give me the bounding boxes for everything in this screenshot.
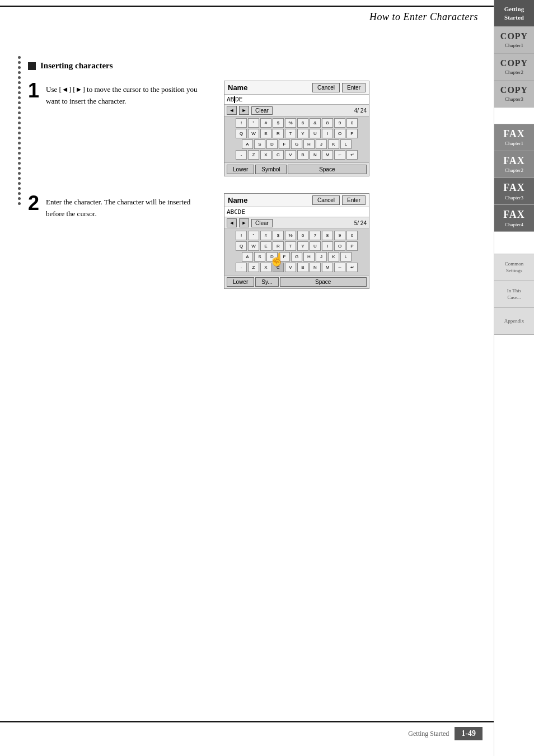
kb1-key-K[interactable]: K [328, 139, 339, 149]
kb2-key-A[interactable]: A [242, 252, 253, 262]
kb1-key-quote[interactable]: " [248, 118, 259, 128]
kb1-key-M[interactable]: M [322, 150, 333, 160]
kb1-key-6[interactable]: 6 [297, 118, 308, 128]
kb2-key-8[interactable]: 8 [322, 231, 333, 240]
kb1-key-![interactable]: ! [236, 118, 247, 128]
kb2-key-W[interactable]: W [248, 241, 259, 251]
kb1-key-W[interactable]: W [248, 129, 259, 138]
kb2-key-quote[interactable]: " [248, 231, 259, 240]
kb2-key-7[interactable]: 7 [310, 231, 321, 240]
sidebar-item-fax-ch3[interactable]: FAX Chapter3 [494, 178, 534, 205]
kb2-key-Q[interactable]: Q [236, 241, 247, 251]
kb1-key-amp[interactable]: & [310, 118, 321, 128]
kb2-key-Y[interactable]: Y [297, 241, 308, 251]
kb2-key-0[interactable]: 0 [346, 231, 358, 240]
kb1-key-9[interactable]: 9 [334, 118, 345, 128]
kb2-key-R[interactable]: R [273, 241, 284, 251]
kb2-key-percent[interactable]: % [285, 231, 296, 240]
kb2-key-J[interactable]: J [316, 252, 327, 262]
kb2-key-U[interactable]: U [310, 241, 321, 251]
kb2-key-O[interactable]: O [334, 241, 345, 251]
kb1-key-X[interactable]: X [260, 150, 271, 160]
kb2-key-S[interactable]: S [254, 252, 265, 262]
kb1-key-C[interactable]: C [273, 150, 284, 160]
kb1-key-A[interactable]: A [242, 139, 253, 149]
kb1-key-Y[interactable]: Y [297, 129, 308, 138]
kb2-key-T[interactable]: T [285, 241, 296, 251]
kb1-right-arrow[interactable]: ► [239, 106, 249, 115]
kb2-symbol-btn[interactable]: Sy... [255, 277, 278, 287]
kb1-key-I[interactable]: I [322, 129, 333, 138]
sidebar-item-copy-ch2[interactable]: COPY Chapter2 [494, 54, 534, 81]
kb1-cancel-btn[interactable]: Cancel [312, 83, 340, 92]
kb2-key-C[interactable]: C [273, 263, 284, 272]
kb2-left-arrow[interactable]: ◄ [227, 218, 237, 227]
sidebar-item-fax-ch1[interactable]: FAX Chapter1 [494, 124, 534, 151]
sidebar-item-copy-ch3[interactable]: COPY Chapter3 [494, 81, 534, 108]
kb1-key-T[interactable]: T [285, 129, 296, 138]
kb1-lower-btn[interactable]: Lower [227, 165, 254, 174]
kb2-key-backspace[interactable]: ← [334, 263, 345, 272]
kb1-key-R[interactable]: R [273, 129, 284, 138]
kb1-key-hash[interactable]: # [260, 118, 271, 128]
sidebar-item-copy-ch1[interactable]: COPY Chapter1 [494, 27, 534, 54]
kb1-key-backspace[interactable]: ← [334, 150, 345, 160]
kb2-key-M[interactable]: M [322, 263, 333, 272]
kb1-left-arrow[interactable]: ◄ [227, 106, 237, 115]
kb1-key-U[interactable]: U [310, 129, 321, 138]
kb1-key-J[interactable]: J [316, 139, 327, 149]
kb1-key-F[interactable]: F [279, 139, 290, 149]
kb2-cancel-btn[interactable]: Cancel [312, 195, 340, 205]
kb2-key-G[interactable]: G [291, 252, 302, 262]
kb1-key-V[interactable]: V [285, 150, 296, 160]
kb1-key-E[interactable]: E [260, 129, 271, 138]
kb1-key-S[interactable]: S [254, 139, 265, 149]
sidebar-item-fax-ch4[interactable]: FAX Chapter4 [494, 205, 534, 232]
kb2-key-F[interactable]: F [279, 252, 290, 262]
kb1-key-0[interactable]: 0 [346, 118, 358, 128]
kb2-key-6[interactable]: 6 [297, 231, 308, 240]
kb2-key-V[interactable]: V [285, 263, 296, 272]
kb1-key-H[interactable]: H [303, 139, 315, 149]
kb2-key-N[interactable]: N [310, 263, 321, 272]
kb1-space-btn[interactable]: Space [288, 165, 367, 174]
kb1-key-dollar[interactable]: $ [273, 118, 284, 128]
kb2-enter-btn[interactable]: Enter [342, 195, 366, 205]
sidebar-item-common-settings[interactable]: Common Settings [494, 254, 534, 281]
kb1-key-Q[interactable]: Q [236, 129, 247, 138]
kb2-key-dollar[interactable]: $ [273, 231, 284, 240]
kb2-key-B[interactable]: B [297, 263, 308, 272]
kb2-space-btn[interactable]: Space [280, 277, 367, 287]
kb1-enter-btn[interactable]: Enter [342, 83, 366, 92]
kb2-key-Z[interactable]: Z [248, 263, 259, 272]
kb2-right-arrow[interactable]: ► [239, 218, 249, 227]
kb2-key-dash[interactable]: - [236, 263, 247, 272]
kb1-key-B[interactable]: B [297, 150, 308, 160]
sidebar-item-in-this-case[interactable]: In This Case... [494, 281, 534, 308]
kb1-key-dash[interactable]: - [236, 150, 247, 160]
kb1-key-O[interactable]: O [334, 129, 345, 138]
sidebar-item-getting-started[interactable]: Getting Started [494, 0, 534, 27]
kb1-clear-btn[interactable]: Clear [251, 106, 273, 115]
kb2-clear-btn[interactable]: Clear [251, 219, 273, 227]
sidebar-item-fax-ch2[interactable]: FAX Chapter2 [494, 151, 534, 178]
kb1-key-8[interactable]: 8 [322, 118, 333, 128]
kb1-key-L[interactable]: L [340, 139, 352, 149]
kb1-key-P[interactable]: P [346, 129, 358, 138]
kb2-key-![interactable]: ! [236, 231, 247, 240]
kb1-key-D[interactable]: D [266, 139, 278, 149]
kb1-key-Z[interactable]: Z [248, 150, 259, 160]
kb2-key-L[interactable]: L [340, 252, 352, 262]
kb1-key-G[interactable]: G [291, 139, 302, 149]
kb2-key-E[interactable]: E [260, 241, 271, 251]
sidebar-item-appendix[interactable]: Appendix [494, 308, 534, 335]
kb2-key-enter[interactable]: ↵ [346, 263, 358, 272]
kb1-key-N[interactable]: N [310, 150, 321, 160]
kb1-symbol-btn[interactable]: Symbol [255, 165, 286, 174]
kb2-key-9[interactable]: 9 [334, 231, 345, 240]
kb2-lower-btn[interactable]: Lower [227, 277, 254, 287]
kb2-key-X[interactable]: X [260, 263, 271, 272]
kb2-key-H[interactable]: H [303, 252, 315, 262]
kb2-key-K[interactable]: K [328, 252, 339, 262]
kb2-key-D[interactable]: D [266, 252, 278, 262]
